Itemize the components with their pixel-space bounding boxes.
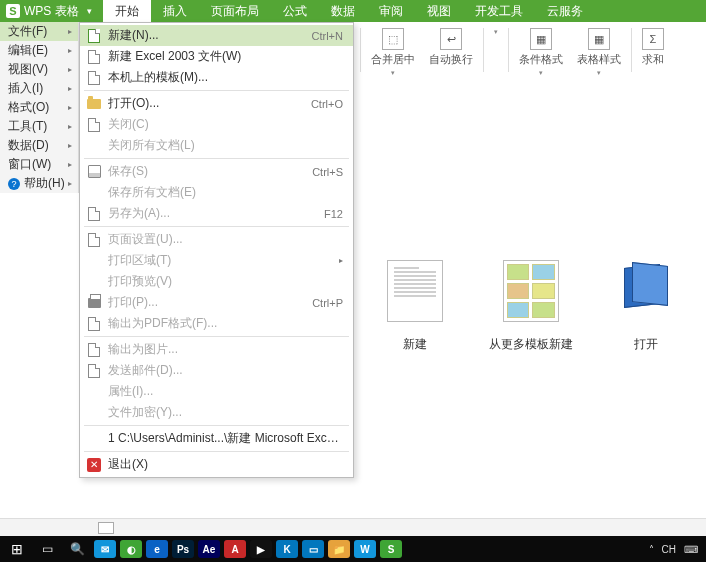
- app-logo-group[interactable]: S WPS 表格 ▾: [0, 3, 103, 20]
- new-blank-card[interactable]: 新建: [365, 260, 465, 353]
- auto-wrap-icon: ↩: [440, 28, 462, 50]
- menu-item-label: 属性(I)...: [108, 383, 343, 400]
- ribbon-separator: [631, 28, 632, 72]
- taskbar-app[interactable]: K: [276, 540, 298, 558]
- print-icon: [86, 295, 102, 311]
- menu-separator: [84, 425, 349, 426]
- ribbon-tab[interactable]: 公式: [271, 0, 319, 22]
- chevron-down-icon: ▾: [494, 28, 498, 36]
- legacy-menu-bar: 文件(F)▸编辑(E)▸视图(V)▸插入(I)▸格式(O)▸工具(T)▸数据(D…: [0, 22, 79, 193]
- legacy-menu-item[interactable]: 文件(F)▸: [0, 22, 78, 41]
- taskbar-app[interactable]: ▭: [302, 540, 324, 558]
- menu-separator: [84, 451, 349, 452]
- legacy-menu-label: 插入(I): [8, 80, 43, 97]
- wps-logo-icon: S: [6, 4, 20, 18]
- legacy-menu-item[interactable]: 工具(T)▸: [0, 117, 78, 136]
- cond-format-button[interactable]: ▦ 条件格式 ▾: [515, 28, 567, 77]
- file-menu-dropdown: 新建(N)...Ctrl+N新建 Excel 2003 文件(W)本机上的模板(…: [79, 22, 354, 478]
- file-menu-item: 保存(S)Ctrl+S: [80, 161, 353, 182]
- file-menu-item: 关闭所有文档(L): [80, 135, 353, 156]
- auto-wrap-button[interactable]: ↩ 自动换行: [425, 28, 477, 67]
- taskbar-app[interactable]: ◐: [120, 540, 142, 558]
- ribbon-tab[interactable]: 审阅: [367, 0, 415, 22]
- merge-center-label: 合并居中: [371, 52, 415, 67]
- merge-center-button[interactable]: ⬚ 合并居中 ▾: [367, 28, 419, 77]
- spacer-icon: [86, 274, 102, 290]
- windows-taskbar: ⊞ ▭ 🔍 ✉ ◐ e Ps Ae A ▶ K ▭ 📁 W S ˄ CH ⌨: [0, 536, 706, 562]
- start-button[interactable]: ⊞: [4, 539, 30, 559]
- ribbon-tab[interactable]: 开始: [103, 0, 151, 22]
- folder-open-icon: [86, 96, 102, 112]
- ime-indicator[interactable]: CH: [662, 544, 676, 555]
- document-icon: [86, 232, 102, 248]
- search-icon[interactable]: 🔍: [64, 539, 90, 559]
- file-menu-item[interactable]: 本机上的模板(M)...: [80, 67, 353, 88]
- menu-item-label: 保存所有文档(E): [108, 184, 343, 201]
- taskbar-app-ps[interactable]: Ps: [172, 540, 194, 558]
- taskbar-app[interactable]: A: [224, 540, 246, 558]
- spacer-icon: [86, 138, 102, 154]
- menu-item-label: 本机上的模板(M)...: [108, 69, 343, 86]
- legacy-menu-label: 帮助(H): [24, 175, 65, 192]
- ribbon-tab[interactable]: 插入: [151, 0, 199, 22]
- legacy-menu-item[interactable]: 数据(D)▸: [0, 136, 78, 155]
- ribbon-tab[interactable]: 开发工具: [463, 0, 535, 22]
- menu-item-label: 发送邮件(D)...: [108, 362, 343, 379]
- spacer-icon: [86, 384, 102, 400]
- status-bar: [0, 518, 706, 536]
- menu-shortcut: Ctrl+O: [311, 98, 343, 110]
- cond-format-icon: ▦: [530, 28, 552, 50]
- chevron-right-icon: ▸: [68, 103, 72, 112]
- legacy-menu-item[interactable]: 格式(O)▸: [0, 98, 78, 117]
- taskbar-app[interactable]: ✉: [94, 540, 116, 558]
- system-tray[interactable]: ˄ CH ⌨: [649, 544, 702, 555]
- legacy-menu-item[interactable]: 窗口(W)▸: [0, 155, 78, 174]
- new-template-card[interactable]: 从更多模板新建: [481, 260, 581, 353]
- table-style-icon: ▦: [588, 28, 610, 50]
- ribbon-separator: [508, 28, 509, 72]
- taskbar-app-wps[interactable]: S: [380, 540, 402, 558]
- menu-item-label: 保存(S): [108, 163, 312, 180]
- legacy-menu-item[interactable]: ?帮助(H)▸: [0, 174, 78, 193]
- legacy-menu-item[interactable]: 插入(I)▸: [0, 79, 78, 98]
- sigma-icon: Σ: [642, 28, 664, 50]
- ribbon-tab[interactable]: 视图: [415, 0, 463, 22]
- task-view-button[interactable]: ▭: [34, 539, 60, 559]
- document-icon: [86, 49, 102, 65]
- taskbar-app[interactable]: ▶: [250, 540, 272, 558]
- table-style-button[interactable]: ▦ 表格样式 ▾: [573, 28, 625, 77]
- chevron-right-icon: ▸: [68, 160, 72, 169]
- taskbar-app-explorer[interactable]: 📁: [328, 540, 350, 558]
- legacy-menu-label: 文件(F): [8, 23, 47, 40]
- open-card[interactable]: 打开: [596, 260, 696, 353]
- number-format-group[interactable]: ▾: [490, 28, 502, 36]
- legacy-menu-item[interactable]: 编辑(E)▸: [0, 41, 78, 60]
- file-menu-item[interactable]: 打开(O)...Ctrl+O: [80, 93, 353, 114]
- app-menu-dropdown-icon[interactable]: ▾: [83, 6, 97, 16]
- document-icon: [86, 206, 102, 222]
- open-folder-thumb-icon: [618, 260, 674, 322]
- start-page-cards: 新建 从更多模板新建 打开: [365, 260, 696, 353]
- file-menu-item[interactable]: 1 C:\Users\Administ...\新建 Microsoft Exce…: [80, 428, 353, 449]
- taskbar-app-ie[interactable]: e: [146, 540, 168, 558]
- file-menu-item[interactable]: ✕退出(X): [80, 454, 353, 475]
- cond-format-label: 条件格式: [519, 52, 563, 67]
- ribbon-tab[interactable]: 云服务: [535, 0, 595, 22]
- file-menu-item[interactable]: 新建(N)...Ctrl+N: [80, 25, 353, 46]
- sum-button[interactable]: Σ 求和: [638, 28, 668, 67]
- ribbon-tabs: 开始插入页面布局公式数据审阅视图开发工具云服务: [103, 0, 595, 22]
- chevron-right-icon: ▸: [68, 179, 72, 188]
- sheet-tabs-icon[interactable]: [98, 522, 114, 534]
- chevron-right-icon: ▸: [68, 46, 72, 55]
- app-name: WPS 表格: [24, 3, 79, 20]
- ime-options-icon[interactable]: ⌨: [684, 544, 698, 555]
- tray-chevron-up-icon[interactable]: ˄: [649, 544, 654, 555]
- menu-item-label: 关闭(C): [108, 116, 343, 133]
- taskbar-app-ae[interactable]: Ae: [198, 540, 220, 558]
- merge-center-icon: ⬚: [382, 28, 404, 50]
- legacy-menu-item[interactable]: 视图(V)▸: [0, 60, 78, 79]
- ribbon-tab[interactable]: 页面布局: [199, 0, 271, 22]
- file-menu-item[interactable]: 新建 Excel 2003 文件(W): [80, 46, 353, 67]
- ribbon-tab[interactable]: 数据: [319, 0, 367, 22]
- taskbar-app[interactable]: W: [354, 540, 376, 558]
